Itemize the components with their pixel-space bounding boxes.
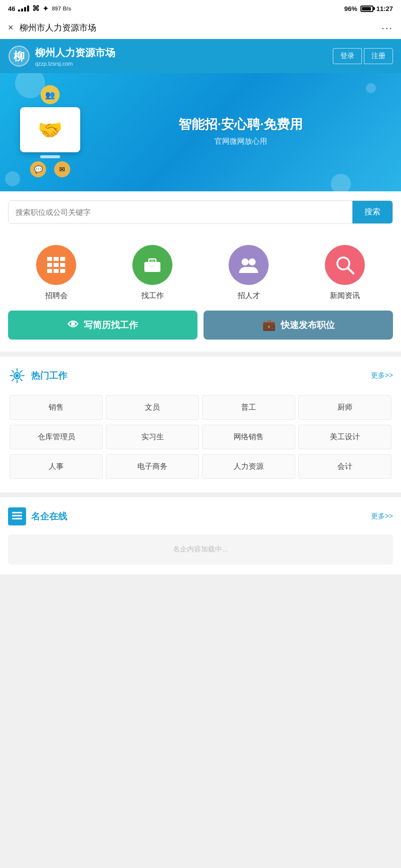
nav-item-news[interactable]: 新闻资讯 (325, 245, 365, 301)
search-bar: 搜索 (8, 200, 393, 224)
tag-row-1: 销售 文员 普工 厨师 (8, 394, 393, 421)
hot-jobs-more[interactable]: 更多>> (371, 371, 393, 380)
banner-sub: 官网微网放心用 (90, 137, 391, 146)
famous-section: 名企在线 更多>> 名企内容加载中... (0, 497, 401, 574)
sun-icon (9, 368, 25, 384)
bluetooth-icon: ✦ (43, 5, 49, 13)
tag-clerk[interactable]: 文员 (106, 395, 199, 420)
header-buttons: 登录 注册 (333, 48, 393, 64)
nav-label-recruit: 招人才 (238, 291, 260, 301)
tag-cook[interactable]: 厨师 (298, 395, 391, 420)
signal-icon (18, 6, 29, 12)
decor-dot-4 (331, 174, 351, 191)
svg-rect-13 (149, 265, 155, 266)
svg-line-18 (348, 268, 353, 273)
logo-icon: 柳 (8, 45, 30, 67)
tag-hr-staff[interactable]: 人事 (10, 454, 103, 479)
svg-text:柳: 柳 (13, 50, 25, 63)
svg-point-20 (15, 374, 19, 378)
tag-online-sales[interactable]: 网络销售 (202, 425, 295, 449)
banner: 👥 🤝 💬 ✉ 智能招·安心聘·免费用 官网微网放心用 (0, 73, 401, 191)
tag-sales[interactable]: 销售 (10, 395, 103, 420)
more-button[interactable]: ··· (381, 22, 393, 34)
status-bar: 46 ⌘ ✦ 897 B/s 96% 11:27 (0, 0, 401, 17)
search-news-icon (335, 255, 355, 275)
logo-sub-url: qzzp.lzsrsj.com (35, 61, 115, 67)
banner-headline: 智能招·安心聘·免费用 (90, 116, 391, 133)
svg-rect-10 (60, 269, 65, 273)
logo-main-name: 柳州人力资源市场 (35, 46, 115, 60)
tag-intern[interactable]: 实习生 (106, 425, 199, 449)
header-bar: 柳 柳州人力资源市场 qzzp.lzsrsj.com 登录 注册 (0, 39, 401, 73)
svg-line-28 (12, 379, 14, 381)
famous-icon (8, 507, 26, 525)
post-job-cta-button[interactable]: 💼 快速发布职位 (204, 311, 393, 340)
cta-section: 👁 写简历找工作 💼 快速发布职位 (0, 311, 401, 352)
tag-accounting[interactable]: 会计 (298, 454, 391, 479)
recruit-icon-bg (229, 245, 269, 285)
famous-more[interactable]: 更多>> (371, 512, 393, 521)
famous-content-placeholder: 名企内容加载中... (8, 534, 393, 564)
svg-rect-9 (54, 269, 59, 273)
signal-text: 46 (8, 5, 15, 13)
svg-rect-8 (47, 269, 52, 273)
battery-pct: 96% (344, 5, 357, 13)
search-input[interactable] (9, 201, 352, 223)
battery-fill (362, 7, 371, 11)
resume-cta-button[interactable]: 👁 写简历找工作 (8, 311, 197, 340)
hot-jobs-tags: 销售 文员 普工 厨师 仓库管理员 实习生 网络销售 美工设计 人事 电子商务 … (8, 394, 393, 482)
briefcase-icon (142, 256, 162, 274)
hot-jobs-title-group: 热门工作 (8, 367, 67, 385)
logo-area: 柳 柳州人力资源市场 qzzp.lzsrsj.com (8, 45, 115, 67)
svg-line-26 (21, 379, 23, 381)
news-icon-bg (325, 245, 365, 285)
tag-hr[interactable]: 人力资源 (202, 454, 295, 479)
nav-label-job-fair: 招聘会 (45, 291, 68, 301)
resume-cta-label: 写简历找工作 (84, 319, 138, 331)
browser-title: 柳州市人力资源市场 (20, 22, 382, 34)
tag-general[interactable]: 普工 (202, 395, 295, 420)
tag-designer[interactable]: 美工设计 (298, 425, 391, 449)
tag-row-2: 仓库管理员 实习生 网络销售 美工设计 (8, 423, 393, 451)
login-button[interactable]: 登录 (333, 48, 361, 64)
battery-icon (360, 6, 373, 12)
tag-warehouse[interactable]: 仓库管理员 (10, 425, 103, 449)
hot-jobs-title: 热门工作 (31, 370, 67, 382)
hot-jobs-header: 热门工作 更多>> (8, 367, 393, 385)
mail-icon: ✉ (54, 161, 70, 177)
svg-rect-31 (12, 515, 22, 516)
wifi-icon: ⌘ (32, 4, 40, 13)
register-button[interactable]: 注册 (364, 48, 393, 64)
svg-rect-3 (54, 257, 59, 261)
svg-rect-2 (47, 257, 52, 261)
close-button[interactable]: × (8, 23, 14, 33)
svg-rect-7 (60, 263, 65, 267)
list-icon (12, 511, 23, 522)
svg-point-16 (249, 258, 256, 265)
famous-title-group: 名企在线 (8, 507, 67, 525)
banner-text: 智能招·安心聘·免费用 官网微网放心用 (90, 116, 391, 147)
famous-title: 名企在线 (31, 510, 67, 522)
svg-rect-14 (149, 267, 153, 268)
nav-item-recruit[interactable]: 招人才 (229, 245, 269, 301)
tag-ecommerce[interactable]: 电子商务 (106, 454, 199, 479)
nav-item-find-job[interactable]: 找工作 (132, 245, 172, 301)
logo-text: 柳州人力资源市场 qzzp.lzsrsj.com (35, 46, 115, 67)
famous-header: 名企在线 更多>> (8, 507, 393, 525)
svg-point-15 (242, 258, 249, 265)
decor-dot-3 (366, 83, 376, 93)
search-button[interactable]: 搜索 (352, 201, 392, 223)
tag-row-3: 人事 电子商务 人力资源 会计 (8, 453, 393, 480)
eye-icon: 👁 (68, 319, 79, 332)
nav-label-news: 新闻资讯 (330, 291, 360, 301)
briefcase-cta-icon: 💼 (262, 319, 276, 332)
svg-rect-30 (12, 512, 22, 513)
status-right: 96% 11:27 (344, 5, 393, 13)
hot-jobs-icon (8, 367, 26, 385)
nav-label-find-job: 找工作 (141, 291, 164, 301)
nav-item-job-fair[interactable]: 招聘会 (36, 245, 76, 301)
job-fair-icon-bg (36, 245, 76, 285)
people-recruit-icon (238, 256, 259, 274)
chat-icon: 💬 (30, 161, 46, 177)
svg-rect-12 (150, 260, 154, 262)
